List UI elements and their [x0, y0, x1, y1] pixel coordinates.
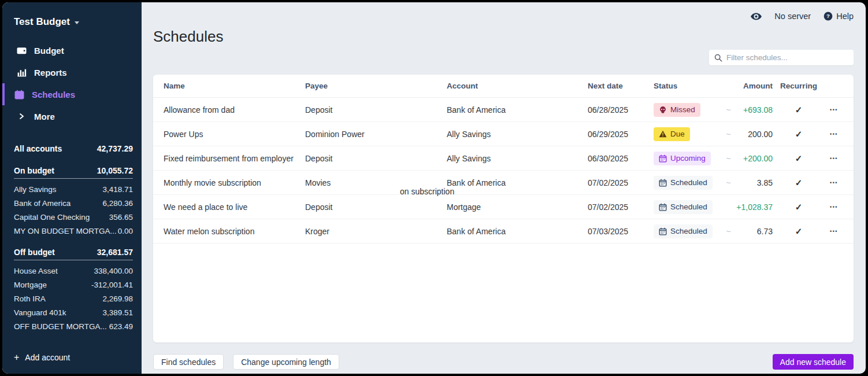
group-label: Off budget — [14, 248, 55, 257]
budget-selector[interactable]: Test Budget — [2, 16, 142, 28]
account-balance: 2,269.98 — [102, 294, 133, 303]
row-menu-button[interactable]: ••• — [825, 156, 843, 161]
schedule-name: Power Ups — [164, 130, 305, 139]
schedule-name: Water melon subscription — [164, 227, 305, 236]
row-menu-button[interactable]: ••• — [825, 180, 843, 186]
column-header-name[interactable]: Name — [164, 82, 305, 90]
table-row[interactable]: Water melon subscription Kroger Bank of … — [153, 219, 854, 244]
help-button[interactable]: ? Help — [824, 12, 854, 21]
table-row[interactable]: Monthly movie subscription Movies Bank o… — [153, 171, 854, 195]
bar-chart-icon — [16, 67, 27, 78]
status-label: Scheduled — [670, 202, 707, 211]
account-row[interactable]: Vanguard 401k 3,389.51 — [14, 305, 133, 319]
schedule-name: Monthly movie subscription — [164, 178, 305, 187]
table-row[interactable]: Power Ups Dominion Power Ally Savings 06… — [153, 122, 854, 146]
row-menu-button[interactable]: ••• — [825, 228, 843, 234]
server-status[interactable]: No server — [774, 12, 811, 21]
sidebar-item-reports[interactable]: Reports — [2, 61, 142, 83]
schedule-amount: 3.85 — [736, 178, 773, 187]
column-header-payee[interactable]: Payee — [305, 82, 447, 90]
sidebar-nav: Budget Reports Schedules More — [2, 39, 142, 127]
column-header-account[interactable]: Account — [447, 82, 588, 90]
add-new-schedule-button[interactable]: Add new schedule — [773, 354, 854, 370]
sidebar-item-budget[interactable]: Budget — [2, 39, 142, 61]
account-row[interactable]: Capital One Checking 356.65 — [14, 210, 133, 224]
account-name: Bank of America — [14, 199, 71, 208]
table-row[interactable]: We need a place to live Deposit Mortgage… — [153, 195, 854, 219]
account-name: Roth IRA — [14, 294, 46, 303]
budget-title-label: Test Budget — [14, 16, 70, 28]
change-upcoming-length-button[interactable]: Change upcoming length — [233, 354, 339, 370]
sidebar-item-label: More — [34, 112, 55, 121]
recurring-check-icon: ✓ — [795, 178, 803, 187]
app-window: Test Budget Budget Reports Schedules — [2, 2, 866, 374]
filter-schedules-input[interactable] — [726, 53, 848, 62]
table-header: Name Payee Account Next date Status Amou… — [153, 75, 854, 98]
schedule-amount: +1,028.37 — [736, 202, 773, 212]
chevron-right-icon — [16, 111, 27, 121]
schedule-next-date: 07/02/2025 — [588, 178, 654, 187]
column-header-next-date[interactable]: Next date — [588, 82, 654, 90]
sidebar-item-schedules[interactable]: Schedules — [2, 83, 142, 105]
account-balance: 3,389.51 — [102, 308, 133, 317]
account-row[interactable]: MY ON BUDGET MORTGA... 0.00 — [14, 224, 133, 238]
schedule-name: Fixed reimbursement from employer — [164, 154, 305, 163]
add-account-button[interactable]: + Add account — [2, 345, 142, 374]
sidebar-item-label: Reports — [34, 68, 67, 78]
column-header-amount[interactable]: Amount — [721, 82, 773, 90]
schedule-name: We need a place to live — [164, 202, 305, 212]
group-label: On budget — [14, 166, 54, 175]
schedule-next-date: 07/02/2025 — [588, 202, 654, 212]
schedule-name: Allowance from dad — [164, 105, 305, 115]
table-row[interactable]: Allowance from dad Deposit Bank of Ameri… — [153, 98, 854, 122]
account-row[interactable]: OFF BUDGET MORTGA... 623.49 — [14, 319, 133, 333]
schedule-next-date: 06/30/2025 — [588, 154, 654, 163]
account-name: Capital One Checking — [14, 213, 90, 222]
group-header[interactable]: On budget10,055.72 — [14, 166, 133, 179]
schedule-account: Bank of America — [447, 178, 588, 187]
account-row[interactable]: Mortgage -312,001.41 — [14, 278, 133, 292]
status-badge: Scheduled — [654, 176, 713, 190]
schedule-payee: Deposit — [305, 105, 447, 115]
account-row[interactable]: Ally Savings 3,418.71 — [14, 182, 133, 196]
server-status-label: No server — [774, 12, 811, 21]
warning-icon — [659, 130, 667, 138]
status-label: Missed — [670, 105, 695, 114]
account-row[interactable]: House Asset 338,400.00 — [14, 264, 133, 278]
calendar-icon — [14, 89, 24, 99]
status-badge: Missed — [654, 103, 700, 117]
eye-icon — [751, 13, 762, 20]
group-header[interactable]: Off budget32,681.57 — [14, 248, 133, 260]
row-menu-button[interactable]: ••• — [825, 131, 843, 137]
schedule-next-date: 07/03/2025 — [588, 227, 654, 236]
status-badge: Scheduled — [654, 200, 713, 214]
find-schedules-button[interactable]: Find schedules — [153, 354, 224, 370]
filter-schedules-box[interactable] — [709, 50, 854, 65]
group-total: 10,055.72 — [97, 166, 133, 175]
account-row[interactable]: Roth IRA 2,269.98 — [14, 292, 133, 305]
sidebar-item-more[interactable]: More — [2, 105, 142, 127]
privacy-eye-button[interactable] — [751, 13, 762, 20]
account-balance: -312,001.41 — [91, 281, 133, 289]
status-badge: Upcoming — [654, 152, 711, 165]
topbar: No server ? Help — [153, 2, 854, 27]
schedule-amount: 6.73 — [736, 227, 773, 236]
recurring-check-icon: ✓ — [795, 202, 803, 212]
table-row[interactable]: Fixed reimbursement from employer Deposi… — [153, 146, 854, 171]
account-row[interactable]: Bank of America 6,280.36 — [14, 196, 133, 210]
all-accounts-row[interactable]: All accounts 42,737.29 — [14, 141, 133, 156]
row-menu-button[interactable]: ••• — [825, 107, 843, 113]
footer-actions: Find schedules Change upcoming length Ad… — [153, 354, 854, 370]
sidebar-item-label: Budget — [34, 46, 64, 56]
row-menu-button[interactable]: ••• — [825, 204, 843, 210]
all-accounts-value: 42,737.29 — [97, 144, 133, 153]
approx-tilde: ~ — [721, 227, 736, 236]
column-header-recurring[interactable]: Recurring — [773, 82, 825, 90]
sidebar-item-label: Schedules — [32, 90, 75, 99]
account-balance: 6,280.36 — [102, 199, 133, 208]
status-label: Scheduled — [670, 178, 707, 187]
status-badge: Scheduled — [654, 224, 713, 238]
calendar-icon — [659, 154, 667, 163]
column-header-status[interactable]: Status — [654, 82, 721, 90]
sidebar: Test Budget Budget Reports Schedules — [2, 2, 142, 374]
